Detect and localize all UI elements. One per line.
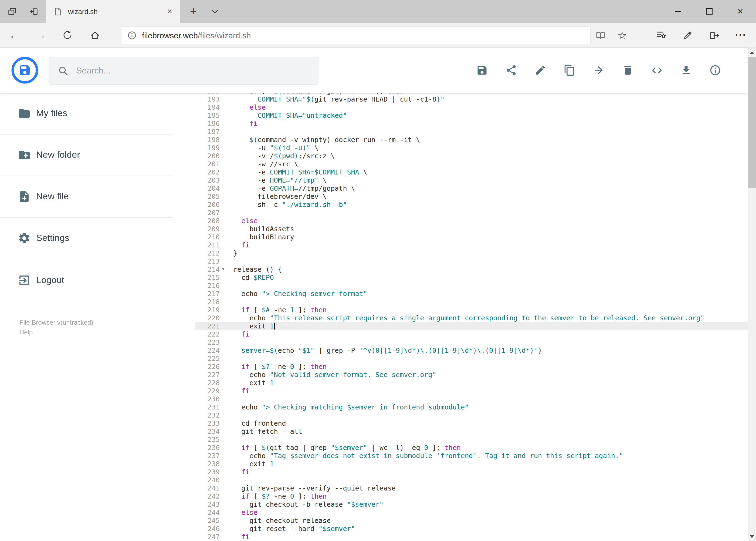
code-line-243[interactable]: 243 git checkout -b release "$semver" [195,500,747,508]
code-line-206[interactable]: 206 sh -c "./wizard.sh -b" [195,201,747,209]
set-tabs-aside-button[interactable] [24,0,43,23]
more-options-button[interactable]: ··· [728,23,754,48]
code-view-button[interactable] [642,55,671,85]
share-button[interactable] [496,55,526,85]
code-line-231[interactable]: 231 echo "> Checking matching $semver in… [195,403,747,411]
code-line-241[interactable]: 241 git rev-parse --verify --quiet relea… [195,484,747,492]
info-button[interactable] [700,55,730,85]
code-line-238[interactable]: 238 exit 1 [195,460,747,468]
close-tab-button[interactable]: × [165,6,174,17]
code-line-197[interactable]: 197 [195,128,747,136]
code-line-225[interactable]: 225 [195,354,747,362]
filebrowser-logo[interactable] [11,56,39,84]
scroll-down-button[interactable] [747,532,756,541]
favorite-star-button[interactable]: ☆ [610,23,635,48]
code-line-198[interactable]: 198 $(command -v winpty) docker run --rm… [195,136,747,144]
code-line-195[interactable]: 195 COMMIT_SHA="untracked" [195,111,747,119]
url-bar[interactable]: filebrowser.web/files/wizard.sh [121,26,591,44]
code-line-204[interactable]: 204 -e GOPATH=//tmp/gopath \ [195,184,747,192]
code-line-207[interactable]: 207 [195,209,747,217]
code-line-237[interactable]: 237 echo "Tag $semver does not exist in … [195,452,747,460]
code-line-215[interactable]: 215 cd $REPO [195,273,747,281]
code-line-214[interactable]: 214▾release () { [195,265,747,273]
code-editor[interactable]: 192 if [ "$(command -v git)" != "" ]; th… [195,93,747,541]
reading-view-button[interactable] [587,23,613,48]
sidebar-item-settings[interactable]: Settings [0,218,173,259]
code-line-211[interactable]: 211 fi [195,241,747,249]
edit-button[interactable] [526,55,555,85]
code-line-244[interactable]: 244 else [195,508,747,516]
code-line-193[interactable]: 193 COMMIT_SHA="$(git rev-parse HEAD | c… [195,95,747,103]
web-note-button[interactable] [675,23,700,48]
code-line-202[interactable]: 202 -e COMMIT_SHA=$COMMIT_SHA \ [195,168,747,176]
page-scrollbar[interactable] [747,48,756,541]
code-line-199[interactable]: 199 -u "$(id -u)" \ [195,144,747,152]
code-line-222[interactable]: 222 fi [195,330,747,338]
copy-button[interactable] [555,55,584,85]
code-line-194[interactable]: 194 else [195,103,747,111]
search-input[interactable]: Search... [49,57,319,85]
code-line-247[interactable]: 247 fi [195,533,747,541]
help-link[interactable]: Help [19,327,93,337]
back-button[interactable]: ← [2,23,27,48]
code-line-230[interactable]: 230 [195,395,747,403]
share-page-button[interactable] [701,23,727,48]
code-line-229[interactable]: 229 fi [195,387,747,395]
code-line-192[interactable]: 192 if [ "$(command -v git)" != "" ]; th… [195,93,747,95]
scrollbar-thumb[interactable] [747,57,756,188]
delete-button[interactable] [613,55,642,85]
download-button[interactable] [671,55,700,85]
code-line-226[interactable]: 226 if [ $? -ne 0 ]; then [195,362,747,370]
code-line-203[interactable]: 203 -e HOME="//tmp" \ [195,176,747,184]
code-line-245[interactable]: 245 git checkout release [195,516,747,525]
code-line-196[interactable]: 196 fi [195,119,747,128]
code-line-235[interactable]: 235 [195,435,747,443]
page-info-button[interactable] [127,31,136,40]
code-line-210[interactable]: 210 buildBinary [195,233,747,241]
new-tab-button[interactable]: + [184,0,202,23]
fold-marker-icon[interactable]: ▾ [220,265,227,273]
code-line-224[interactable]: 224 semver=$(echo "$1" | grep -P '^v(0|[… [195,346,747,354]
code-line-232[interactable]: 232 [195,411,747,419]
hub-button[interactable] [648,23,674,48]
code-line-240[interactable]: 240 [195,476,747,484]
code-line-218[interactable]: 218 [195,297,747,306]
code-line-213[interactable]: 213 [195,257,747,265]
code-line-228[interactable]: 228 exit 1 [195,379,747,387]
browser-tab[interactable]: wizard.sh × [46,0,180,23]
code-line-212[interactable]: 212} [195,249,747,257]
code-line-200[interactable]: 200 -v /$(pwd):/src:z \ [195,152,747,160]
code-line-239[interactable]: 239 fi [195,468,747,476]
maximize-button[interactable] [693,0,725,23]
home-button[interactable] [82,23,108,48]
code-line-208[interactable]: 208 else [195,217,747,225]
tab-previews-chevron-button[interactable] [206,0,224,23]
code-line-217[interactable]: 217 echo "> Checking semver format" [195,289,747,297]
code-line-233[interactable]: 233 cd frontend [195,419,747,427]
forward-button[interactable]: → [28,23,54,48]
close-window-button[interactable]: × [725,0,756,23]
save-button[interactable] [467,55,496,85]
code-line-216[interactable]: 216 [195,281,747,289]
sidebar-item-new-folder[interactable]: New folder [0,135,173,176]
code-line-209[interactable]: 209 buildAssets [195,225,747,233]
minimize-button[interactable] [662,0,693,23]
code-line-242[interactable]: 242 if [ $? -ne 0 ]; then [195,492,747,500]
code-line-236[interactable]: 236 if [ $(git tag | grep "$semver" | wc… [195,443,747,452]
code-line-246[interactable]: 246 git reset --hard "$semver" [195,525,747,533]
sidebar-item-my-files[interactable]: My files [0,93,173,135]
code-line-234[interactable]: 234 git fetch --all [195,427,747,435]
code-line-223[interactable]: 223 [195,338,747,346]
sidebar-item-logout[interactable]: Logout [0,259,173,301]
code-line-219[interactable]: 219 if [ $# -ne 1 ]; then [195,306,747,314]
code-line-227[interactable]: 227 echo "Not valid semver format. See s… [195,370,747,379]
url-text[interactable]: filebrowser.web/files/wizard.sh [142,31,251,40]
tabs-set-aside-button[interactable] [2,0,22,23]
sidebar-item-new-file[interactable]: New file [0,176,173,218]
move-button[interactable] [584,55,613,85]
code-line-205[interactable]: 205 filebrowser/dev \ [195,192,747,201]
code-line-220[interactable]: 220 echo "This release script requires a… [195,314,747,322]
refresh-button[interactable] [55,23,80,48]
code-line-201[interactable]: 201 -w //src \ [195,160,747,168]
code-line-221[interactable]: 221 exit 1 [195,322,747,330]
